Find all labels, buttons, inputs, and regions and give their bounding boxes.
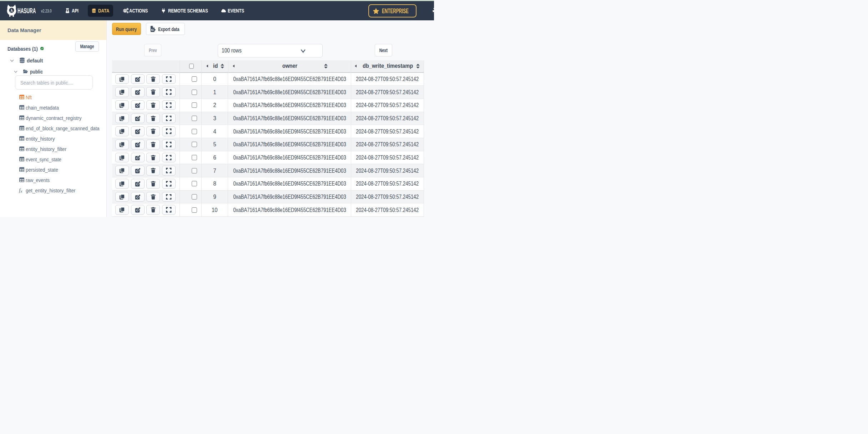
svg-text:λ: λ: [10, 8, 13, 12]
